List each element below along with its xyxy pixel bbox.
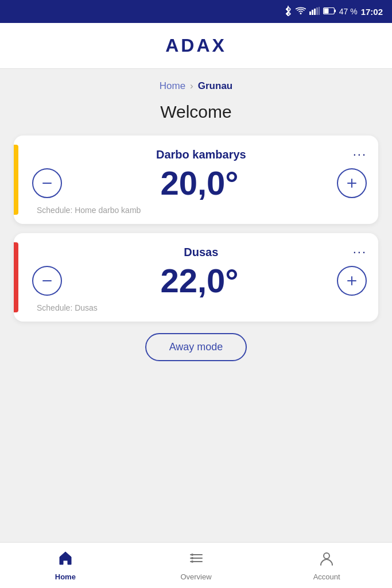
bottom-nav: Home Overview Account: [0, 542, 392, 588]
bluetooth-icon: [284, 6, 292, 18]
device-card-1: Darbo kambarys ··· 20,0° Schedule: Home …: [14, 136, 378, 224]
svg-rect-5: [319, 7, 320, 15]
device-schedule-2: Schedule: Dusas: [37, 303, 367, 312]
device-name-1: Darbo kambarys: [49, 148, 353, 161]
device-menu-1[interactable]: ···: [353, 147, 367, 162]
nav-item-account[interactable]: Account: [261, 550, 392, 581]
current-location: Grunau: [198, 80, 232, 92]
device-schedule-1: Schedule: Home darbo kamb: [37, 206, 367, 215]
time-display: 17:02: [361, 7, 383, 17]
overview-nav-icon: [188, 550, 204, 570]
svg-point-19: [191, 557, 193, 559]
device-header-1: Darbo kambarys ···: [32, 147, 367, 162]
welcome-title: Welcome: [14, 102, 378, 122]
wifi-icon: [296, 7, 306, 17]
decrease-temp-2[interactable]: [32, 266, 62, 296]
signal-icon: [309, 7, 320, 17]
svg-rect-1: [309, 11, 311, 15]
device-controls-1: 20,0°: [32, 167, 367, 200]
temperature-display-1: 20,0°: [160, 167, 238, 200]
device-indicator-2: [14, 242, 18, 312]
home-breadcrumb[interactable]: Home: [160, 80, 185, 92]
svg-point-20: [191, 560, 193, 563]
app-header: ADAX: [0, 23, 392, 69]
status-bar-icons: 47 % 17:02: [284, 6, 383, 18]
decrease-temp-1[interactable]: [32, 168, 62, 198]
away-mode-container: Away mode: [14, 333, 378, 361]
temperature-display-2: 22,0°: [160, 264, 238, 297]
home-nav-icon: [57, 550, 73, 570]
device-card-2: Dusas ··· 22,0° Schedule: Dusas: [14, 233, 378, 322]
nav-item-home[interactable]: Home: [0, 550, 131, 581]
svg-point-21: [324, 553, 329, 559]
increase-temp-1[interactable]: [337, 168, 367, 198]
svg-rect-4: [316, 7, 318, 15]
away-mode-button[interactable]: Away mode: [145, 333, 247, 361]
app-logo: ADAX: [165, 35, 227, 56]
home-nav-label: Home: [55, 572, 76, 581]
svg-rect-8: [324, 9, 328, 14]
svg-rect-3: [314, 9, 316, 15]
device-name-2: Dusas: [49, 246, 353, 259]
battery-icon: [323, 7, 336, 16]
device-indicator-1: [14, 145, 18, 215]
nav-item-overview[interactable]: Overview: [131, 550, 262, 581]
battery-percent: 47 %: [339, 7, 358, 16]
svg-rect-2: [312, 10, 313, 15]
location-nav: Home › Grunau: [14, 80, 378, 92]
account-nav-icon: [319, 550, 335, 570]
svg-rect-7: [335, 10, 336, 13]
overview-nav-label: Overview: [180, 572, 211, 581]
main-content: Home › Grunau Welcome Darbo kambarys ···…: [0, 69, 392, 542]
device-menu-2[interactable]: ···: [353, 245, 367, 260]
svg-point-18: [191, 554, 193, 556]
device-header-2: Dusas ···: [32, 245, 367, 260]
breadcrumb-separator: ›: [190, 80, 193, 92]
status-bar: 47 % 17:02: [0, 0, 392, 23]
svg-point-0: [300, 13, 301, 14]
account-nav-label: Account: [313, 572, 340, 581]
device-controls-2: 22,0°: [32, 264, 367, 297]
increase-temp-2[interactable]: [337, 266, 367, 296]
